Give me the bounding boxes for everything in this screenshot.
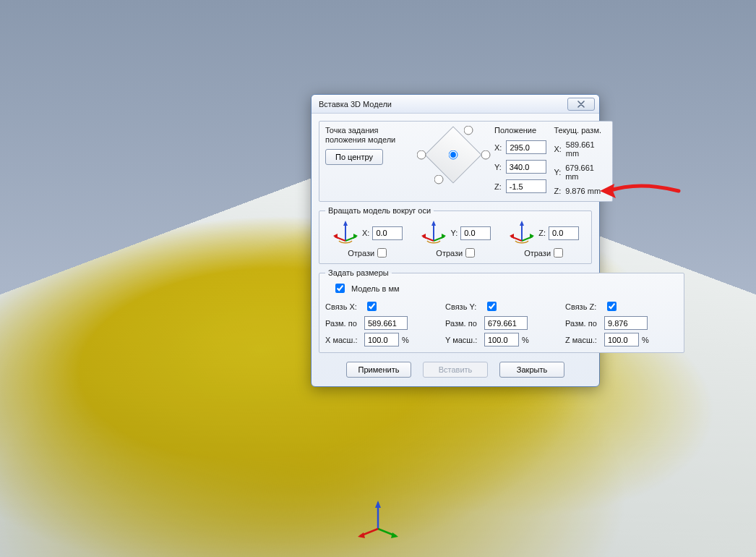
dim-by-x-label: Разм. по [325,319,361,328]
axis-y-icon [420,219,447,247]
rot-x-input[interactable] [372,226,403,240]
axis-x-icon [332,219,359,247]
svg-marker-11 [333,234,338,239]
anchor-left-radio[interactable] [416,150,426,160]
svg-marker-9 [353,234,358,239]
close-icon [577,101,585,108]
svg-marker-23 [510,234,514,239]
scale-z-input[interactable] [604,333,639,346]
pos-y-label: Y: [494,163,502,171]
dim-y-label: Y: [554,168,561,177]
center-button[interactable]: По центру [325,149,383,165]
rotate-group: Вращать модель вокруг оси X: [319,206,592,264]
dim-by-z-label: Разм. по [565,319,601,328]
link-z-checkbox[interactable] [607,302,617,311]
insert-button[interactable]: Вставить [423,362,488,378]
anchor-radio-cluster [420,126,487,184]
pos-z-input[interactable] [506,179,546,193]
anchor-position-group: Точка задания положения модели По центру… [319,121,613,202]
mirror-z-checkbox[interactable] [554,248,563,258]
pos-x-label: X: [494,143,502,152]
dim-y-value: 679.661 mm [565,163,606,181]
svg-marker-7 [343,221,348,226]
scale-y-label: Y масш.: [445,336,481,344]
pct-z: % [642,336,678,344]
mirror-y-label: Отрази [436,249,463,258]
rot-x-label: X: [362,229,369,237]
dialog-title: Вставка 3D Модели [319,100,392,109]
dim-x-value: 589.661 mm [566,140,606,158]
svg-marker-21 [530,234,534,239]
link-z-label: Связь Z: [565,302,601,311]
svg-marker-15 [442,234,446,239]
svg-marker-17 [421,234,426,239]
mirror-x-checkbox[interactable] [377,248,387,258]
pct-x: % [402,336,438,344]
anchor-center-radio[interactable] [449,150,458,160]
dim-z-label: Z: [554,187,561,195]
anchor-top-radio[interactable] [463,126,473,135]
mirror-x-label: Отрази [348,249,374,258]
dim-x-input[interactable] [364,316,408,330]
dialog-titlebar[interactable]: Вставка 3D Модели [312,95,599,114]
pct-y: % [522,336,558,344]
model-mm-checkbox[interactable] [335,284,345,293]
scale-x-input[interactable] [364,333,399,346]
svg-marker-19 [520,221,524,226]
rotate-legend: Вращать модель вокруг оси [325,206,434,215]
anchor-bottom-radio[interactable] [434,174,444,184]
position-header: Положение [494,126,546,135]
anchor-label: Точка задания положения модели [325,126,413,145]
mirror-y-checkbox[interactable] [465,248,475,258]
size-group: Задать размеры Модель в мм Связь X: Связ… [319,268,684,353]
scale-y-input[interactable] [484,333,519,346]
link-y-checkbox[interactable] [487,302,497,311]
model-mm-label: Модель в мм [351,284,400,293]
size-legend: Задать размеры [325,268,392,277]
rot-z-label: Z: [538,229,546,237]
dim-z-input[interactable] [604,316,648,330]
pos-x-input[interactable] [506,140,546,154]
anchor-right-radio[interactable] [481,150,491,160]
rot-y-input[interactable] [460,226,491,240]
dim-z-value: 9.876 mm [565,187,601,195]
insert-3d-model-dialog: Вставка 3D Модели Точка задания положени… [311,94,600,387]
close-button[interactable]: Закрыть [499,362,564,378]
apply-button[interactable]: Применить [346,362,411,378]
scale-z-label: Z масш.: [565,336,601,344]
dialog-close-button[interactable] [567,98,595,111]
rot-y-label: Y: [450,229,458,237]
rot-z-input[interactable] [549,226,579,240]
pos-y-input[interactable] [506,160,546,174]
link-x-checkbox[interactable] [367,302,377,311]
link-y-label: Связь Y: [445,302,481,311]
dim-by-y-label: Разм. по [445,319,481,328]
scale-x-label: X масш.: [325,336,361,344]
link-x-label: Связь X: [325,302,361,311]
mirror-z-label: Отрази [524,249,551,258]
axis-z-icon [508,219,536,247]
dim-x-label: X: [554,145,561,153]
pos-z-label: Z: [494,182,502,191]
dim-y-input[interactable] [484,316,528,330]
svg-marker-13 [431,221,436,226]
dims-header: Текущ. разм. [554,126,606,135]
